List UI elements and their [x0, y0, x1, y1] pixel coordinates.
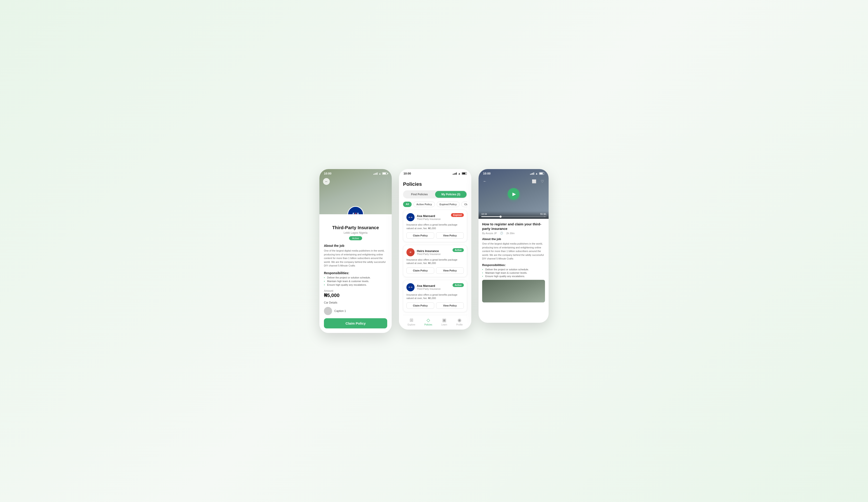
- about-title-3: About the job: [482, 237, 545, 241]
- insurer-name-0: Axa Mansard: [417, 214, 441, 218]
- explore-icon: ⊞: [410, 317, 413, 323]
- policy-card-1: H Heirs Insurance Third Party Insurance …: [403, 245, 467, 277]
- video-progress-fill: [481, 216, 501, 217]
- car-details-section: Car Details: [324, 301, 387, 304]
- responsibilities-list: Deliver the project or solution schedule…: [324, 276, 387, 286]
- resp-item-3-0: Deliver the project or solution schedule…: [482, 268, 545, 271]
- signal-icon-3: [530, 172, 534, 175]
- about-text-3: One of the largest digital media publish…: [482, 242, 545, 261]
- nav-learn-label: Learn: [441, 323, 447, 326]
- car-thumbnail: [324, 307, 332, 315]
- video-right-controls: ⬜ ♡: [531, 178, 546, 185]
- video-progress-bar[interactable]: [481, 216, 546, 217]
- card-desc-2: Insurance also offers a great benefits p…: [406, 293, 464, 300]
- view-btn-1[interactable]: View Policy: [436, 268, 464, 274]
- status-time-3: 10:00: [483, 172, 490, 175]
- status-badge-2: Active: [453, 283, 464, 287]
- claim-policy-button[interactable]: Claim Policy: [324, 318, 387, 328]
- play-button[interactable]: ▶: [508, 188, 519, 200]
- claim-btn-2[interactable]: Claim Policy: [406, 302, 434, 309]
- phone2-content-area: 10:00 ▲ Policies Find Poli: [399, 169, 471, 329]
- card-actions-2: Claim Policy View Policy: [406, 302, 464, 309]
- video-duration: 2h 30m: [506, 232, 515, 234]
- bottom-navigation: ⊞ Explore ◇ Policies ▣ Learn ◉ Profile: [403, 315, 467, 330]
- policies-icon: ◇: [426, 317, 430, 323]
- insurer-name-1: Heirs Insurance: [417, 249, 441, 253]
- active-badge: Active: [349, 236, 362, 240]
- view-btn-0[interactable]: View Policy: [436, 232, 464, 239]
- claim-btn-0[interactable]: Claim Policy: [406, 232, 434, 239]
- filter-pills: All Active Policy Expired Policy Claimed…: [403, 202, 467, 207]
- cast-icon[interactable]: ⬜: [531, 178, 537, 185]
- filter-all[interactable]: All: [403, 202, 412, 207]
- heirs-logo-card-1: H: [406, 248, 415, 256]
- phone1-content-area: Third-Party Insurance Lekki Lagos Nigeri…: [319, 214, 392, 333]
- filter-active-policy[interactable]: Active Policy: [413, 202, 435, 207]
- policy-tabs: Find Policies My Policies (3): [403, 190, 467, 198]
- card-desc-0: Insurance also offers a great benefits p…: [406, 223, 464, 230]
- status-bar-phone2: 10:00 ▲: [399, 169, 471, 177]
- fullscreen-icon[interactable]: ⛶: [544, 214, 546, 217]
- phone-1-policy-detail: 10:00 ▲ ← AXA: [319, 169, 392, 333]
- signal-icon-2: [453, 172, 457, 175]
- tab-find-policies[interactable]: Find Policies: [404, 191, 435, 198]
- status-icons-2: ▲: [453, 172, 467, 175]
- nav-policies-label: Policies: [424, 323, 432, 326]
- responsibility-item: Ensure high quality any escalations.: [324, 283, 387, 286]
- tab-my-policies[interactable]: My Policies (3): [435, 191, 466, 198]
- screens-container: 10:00 ▲ ← AXA: [276, 169, 592, 333]
- insurer-type-1: Third Party Insurance: [417, 253, 441, 255]
- phone3-scroll-area[interactable]: How to register and claim your third-par…: [478, 219, 549, 308]
- video-controls-bar: 18:34 55:30: [478, 211, 549, 219]
- video-current-time: 18:34: [481, 213, 487, 216]
- policy-title: Third-Party Insurance: [324, 225, 387, 230]
- play-button-overlay: ▶: [508, 188, 519, 200]
- axa-logo-card-2: AXA: [406, 283, 415, 291]
- status-bar-phone1: 10:00 ▲: [319, 169, 392, 177]
- phone3-info-area: How to register and claim your third-par…: [478, 219, 549, 306]
- video-title: How to register and claim your third-par…: [482, 222, 545, 231]
- nav-profile-label: Profile: [456, 323, 463, 326]
- learn-icon: ▣: [442, 317, 446, 323]
- battery-icon-3: [539, 172, 544, 175]
- signal-icon: [373, 172, 378, 175]
- car-details-label: Car Details: [324, 301, 337, 304]
- filter-expired-policy[interactable]: Expired Policy: [437, 202, 460, 207]
- video-meta: By Anozie JP 🕐 2h 30m: [482, 232, 545, 234]
- wifi-icon: ▲: [379, 172, 381, 175]
- car-caption-row: Caption 1: [324, 307, 387, 315]
- policy-location: Lekki Lagos Nigeria: [324, 231, 387, 234]
- nav-policies[interactable]: ◇ Policies: [424, 317, 432, 326]
- battery-icon-2: [462, 172, 467, 175]
- card-actions-0: Claim Policy View Policy: [406, 232, 464, 239]
- status-badge-0: Expired: [451, 213, 464, 217]
- phone3-content-area: 10:00 ▲: [478, 169, 549, 308]
- axa-logo-card-0: AXA: [406, 213, 415, 221]
- clock-icon: 🕐: [500, 232, 503, 234]
- resp-item-3-1: Maintain high team & customer levels.: [482, 271, 545, 274]
- video-back-button[interactable]: ←: [482, 178, 488, 185]
- insurer-type-2: Third Party Insurance: [417, 287, 441, 290]
- claim-btn-1[interactable]: Claim Policy: [406, 268, 434, 274]
- policy-card-0: AXA Axa Mansard Third Party Insurance Ex…: [403, 210, 467, 242]
- view-btn-2[interactable]: View Policy: [436, 302, 464, 309]
- nav-learn[interactable]: ▣ Learn: [441, 317, 447, 326]
- phone-3-learn: 10:00 ▲: [478, 169, 549, 323]
- play-icon: ▶: [513, 191, 516, 197]
- policy-card-2: AXA Axa Mansard Third Party Insurance Ac…: [403, 280, 467, 312]
- nav-explore-label: Explore: [407, 323, 415, 326]
- profile-icon: ◉: [457, 317, 461, 323]
- responsibilities-title: Responsibilities:: [324, 271, 387, 275]
- responsibilities-title-3: Responsibilities:: [482, 263, 545, 267]
- favorite-icon[interactable]: ♡: [539, 178, 546, 185]
- phone-2-policies-list: 10:00 ▲ Policies Find Poli: [399, 169, 471, 329]
- insurer-type-0: Third Party Insurance: [417, 218, 441, 220]
- video-top-controls: ← ⬜ ♡: [478, 178, 549, 185]
- card-desc-1: Insurance also offers a great benefits p…: [406, 258, 464, 265]
- nav-profile[interactable]: ◉ Profile: [456, 317, 463, 326]
- nav-explore[interactable]: ⊞ Explore: [407, 317, 415, 326]
- filter-claimed-policy[interactable]: Claimed Policy: [461, 202, 467, 207]
- status-bar-phone3: 10:00 ▲: [478, 169, 549, 177]
- status-icons-3: ▲: [530, 172, 544, 175]
- amount-label: Amount: [324, 289, 387, 292]
